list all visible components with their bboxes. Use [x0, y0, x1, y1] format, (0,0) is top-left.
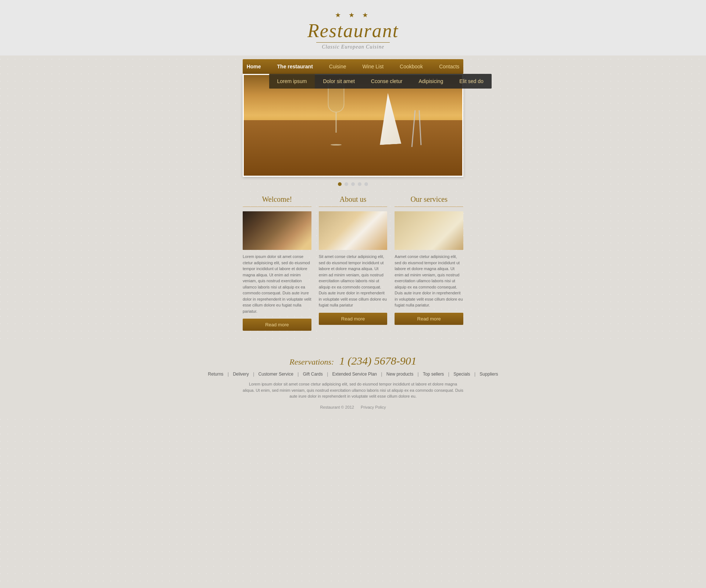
services-image [395, 211, 463, 250]
main-nav: Home The restaurant Lorem ipsum Dolor si… [243, 59, 463, 74]
services-text: Aamet conse ctetur adipisicing elit, sed… [395, 254, 463, 308]
separator-7: | [448, 372, 449, 377]
kitchen-image [243, 211, 311, 250]
footer-links: Returns | Delivery | Customer Service | … [0, 372, 706, 377]
reservations-row: Reservations: 1 (234) 5678-901 [0, 355, 706, 367]
nav-link-contacts[interactable]: Contacts [431, 59, 467, 74]
col-about: About us Sit amet conse ctetur adipisici… [319, 195, 388, 331]
about-image [319, 211, 388, 250]
nav-item-winelist[interactable]: Wine List [354, 59, 392, 74]
dropdown-link-lorem[interactable]: Lorem ipsum [269, 74, 315, 89]
reservations-phone: 1 (234) 5678-901 [339, 355, 417, 367]
dropdown-item-lorem[interactable]: Lorem ipsum [269, 74, 315, 89]
footer-link-specials[interactable]: Specials [453, 372, 470, 377]
dropdown-item-dolor[interactable]: Dolor sit amet [315, 74, 363, 89]
logo-underline [316, 42, 390, 43]
main-wrapper: Welcome! Lorem ipsum dolor sit amet cons… [243, 74, 463, 331]
nav-item-contacts[interactable]: Contacts [431, 59, 467, 74]
footer: Reservations: 1 (234) 5678-901 Returns |… [0, 345, 706, 417]
dropdown-item-elit[interactable]: Elit sed do [451, 74, 491, 89]
dot-4[interactable] [358, 182, 361, 186]
privacy-policy-link[interactable]: Privacy Policy [361, 405, 386, 409]
dropdown-item-adipisicing[interactable]: Adipisicing [410, 74, 451, 89]
nav-link-home[interactable]: Home [239, 59, 269, 74]
nav-item-restaurant[interactable]: The restaurant Lorem ipsum Dolor sit ame… [269, 59, 321, 74]
col-welcome: Welcome! Lorem ipsum dolor sit amet cons… [243, 195, 311, 331]
nav-link-restaurant[interactable]: The restaurant [269, 59, 321, 74]
reservations-label: Reservations: [289, 357, 334, 366]
dining-room-image [395, 211, 463, 250]
kitchen-bg [243, 211, 311, 250]
slideshow-image [244, 75, 462, 176]
about-title: About us [319, 195, 388, 207]
separator-4: | [327, 372, 328, 377]
footer-link-returns[interactable]: Returns [208, 372, 224, 377]
dropdown-menu: Lorem ipsum Dolor sit amet Cconse cletur… [269, 74, 492, 89]
logo-stars: ★ ★ ★ [0, 11, 706, 19]
nav-item-cuisine[interactable]: Cuisine [321, 59, 354, 74]
separator-1: | [228, 372, 229, 377]
dropdown-link-dolor[interactable]: Dolor sit amet [315, 74, 363, 89]
dropdown-link-adipisicing[interactable]: Adipisicing [410, 74, 451, 89]
dot-1[interactable] [338, 182, 342, 186]
footer-link-new-products[interactable]: New products [386, 372, 413, 377]
col-services: Our services Aamet conse ctetur adipisic… [395, 195, 463, 331]
about-read-more[interactable]: Read more [319, 313, 388, 325]
footer-link-gift-cards[interactable]: Gift Cards [303, 372, 323, 377]
glass-base [331, 144, 342, 146]
slideshow [243, 74, 463, 177]
footer-link-delivery[interactable]: Delivery [233, 372, 249, 377]
welcome-read-more[interactable]: Read more [243, 319, 311, 331]
dot-3[interactable] [351, 182, 355, 186]
table-bg [319, 211, 388, 250]
nav-link-winelist[interactable]: Wine List [354, 59, 392, 74]
footer-bottom: Restaurant © 2012 Privacy Policy [0, 405, 706, 409]
welcome-image [243, 211, 311, 250]
footer-link-suppliers[interactable]: Suppliers [479, 372, 498, 377]
copyright: Restaurant © 2012 [320, 405, 354, 409]
footer-link-extended-service[interactable]: Extended Service Plan [332, 372, 377, 377]
dropdown-link-elit[interactable]: Elit sed do [451, 74, 491, 89]
footer-link-customer-service[interactable]: Customer Service [258, 372, 293, 377]
three-columns: Welcome! Lorem ipsum dolor sit amet cons… [243, 195, 463, 331]
footer-link-top-sellers[interactable]: Top sellers [423, 372, 444, 377]
separator-3: | [297, 372, 299, 377]
logo-title: Restaurant [0, 20, 706, 42]
separator-8: | [474, 372, 475, 377]
wine-glass [327, 83, 345, 146]
nav-item-home[interactable]: Home [239, 59, 269, 74]
header: ★ ★ ★ Restaurant Classic European Cuisin… [0, 0, 706, 55]
services-read-more[interactable]: Read more [395, 313, 463, 325]
welcome-text: Lorem ipsum dolor sit amet conse ctetur … [243, 254, 311, 314]
nav-item-cookbook[interactable]: Cookbook [392, 59, 431, 74]
separator-5: | [381, 372, 382, 377]
slideshow-dots [243, 177, 463, 191]
services-title: Our services [395, 195, 463, 207]
about-text: Sit amet conse ctetur adipisicing elit, … [319, 254, 388, 308]
glass-stem [335, 112, 336, 133]
dining-bg [395, 211, 463, 250]
nav-link-cuisine[interactable]: Cuisine [321, 59, 354, 74]
nav-link-cookbook[interactable]: Cookbook [392, 59, 431, 74]
dot-5[interactable] [364, 182, 368, 186]
dot-2[interactable] [345, 182, 348, 186]
welcome-title: Welcome! [243, 195, 311, 207]
table-setting-image [319, 211, 388, 250]
separator-6: | [418, 372, 419, 377]
logo-subtitle: Classic European Cuisine [0, 44, 706, 50]
dropdown-item-cconse[interactable]: Cconse cletur [363, 74, 411, 89]
dropdown-link-cconse[interactable]: Cconse cletur [363, 74, 411, 89]
separator-2: | [253, 372, 254, 377]
footer-body-text: Lorem ipsum dolor sit amet conse ctetur … [243, 381, 463, 399]
table-surface [244, 120, 462, 176]
